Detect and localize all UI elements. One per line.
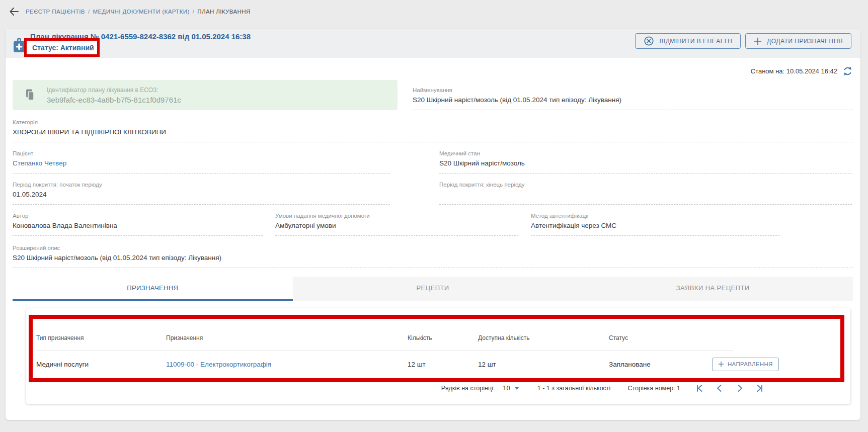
column-header-assignment: Призначення — [166, 334, 408, 341]
breadcrumb-bar: РЕЄСТР ПАЦІЄНТІВ / МЕДИЧНІ ДОКУМЕНТИ (КА… — [0, 0, 868, 23]
field-author: Автор Коновалова Влада Валентинівна — [13, 213, 263, 236]
field-condition: Медичний стан S20 Шкірний наріст/мозоль — [439, 150, 852, 174]
caret-down-icon — [514, 387, 519, 390]
field-period-end-label: Період покриття: кінець періоду — [439, 182, 852, 188]
column-header-type: Тип призначення — [36, 334, 166, 341]
card-header: План лікування № 0421-6559-8242-8362 від… — [6, 29, 860, 58]
field-description-label: Розширений опис — [13, 245, 853, 251]
previous-page-icon[interactable] — [715, 383, 725, 393]
row-description: Розширений опис S20 Шкірний наріст/мозол… — [13, 245, 853, 268]
field-description: Розширений опис S20 Шкірний наріст/мозол… — [13, 245, 853, 268]
field-period-start-value: 01.05.2024 — [13, 191, 390, 199]
first-page-icon[interactable] — [694, 383, 704, 393]
rows-per-page-value: 10 — [503, 384, 510, 392]
breadcrumb-treatment-plan: ПЛАН ЛІКУВАННЯ — [197, 9, 250, 15]
row-patient-condition: Пацієнт Степанко Четвер Медичний стан S2… — [13, 150, 853, 174]
field-period-end: Період покриття: кінець періоду — [439, 182, 852, 205]
pagination-bar: Рядків на сторінці: 10 1 - 1 з загальної… — [26, 377, 850, 399]
row-category: Категорія ХВОРОБИ ШКІРИ ТА ПІДШКІРНОЇ КЛ… — [13, 119, 853, 142]
annotation-box-status: Статус: Активний — [24, 38, 100, 57]
field-period-start-label: Період покриття: початок періоду — [13, 182, 390, 188]
field-name: Найменування S20 Шкірний наріст/мозоль (… — [413, 87, 853, 110]
field-category-label: Категорія — [13, 119, 853, 125]
field-care-conditions-value: Амбулаторні умови — [275, 222, 518, 230]
field-name-label: Найменування — [413, 87, 853, 93]
add-button-label: ДОДАТИ ПРИЗНАЧЕННЯ — [767, 38, 843, 45]
field-name-value: S20 Шкірний наріст/мозоль (від 01.05.202… — [413, 96, 853, 105]
table-header-row: Тип призначення Призначення Кількість До… — [26, 308, 850, 351]
row-author-conditions-auth: Автор Коновалова Влада Валентинівна Умов… — [13, 213, 853, 236]
medical-kit-icon — [13, 38, 25, 55]
page: { "colors": { "accent_blue": "#3a70a8", … — [0, 0, 868, 432]
field-description-value: S20 Шкірний наріст/мозоль (від 01.05.202… — [13, 254, 853, 263]
cell-quantity: 12 шт — [408, 361, 478, 368]
add-assignment-button[interactable]: ДОДАТИ ПРИЗНАЧЕННЯ — [745, 33, 851, 49]
breadcrumb-separator: / — [88, 9, 90, 15]
breadcrumb: РЕЄСТР ПАЦІЄНТІВ / МЕДИЧНІ ДОКУМЕНТИ (КА… — [26, 9, 251, 15]
column-header-available: Доступна кількість — [478, 334, 609, 341]
cell-type: Медичні послуги — [36, 361, 166, 368]
row-coverage-period: Період покриття: початок періоду 01.05.2… — [13, 182, 853, 205]
header-buttons: ВІДМІНИТИ В EHEALTH ДОДАТИ ПРИЗНАЧЕННЯ — [635, 33, 851, 49]
treatment-plan-card: План лікування № 0421-6559-8242-8362 від… — [6, 29, 860, 420]
as-of-row: Станом на: 10.05.2024 16:42 — [13, 58, 853, 78]
cell-available: 12 шт — [478, 361, 609, 368]
back-arrow-icon[interactable] — [8, 5, 21, 18]
tab-prescription-requests[interactable]: ЗАЯВКИ НА РЕЦЕПТИ — [573, 277, 853, 301]
tab-assignments[interactable]: ПРИЗНАЧЕННЯ — [13, 277, 293, 301]
field-auth-method-label: Метод автентифікації — [531, 213, 779, 219]
tab-prescriptions[interactable]: РЕЦЕПТИ — [293, 277, 573, 301]
assignment-link[interactable]: 11009-00 - Електрокортикографія — [166, 361, 271, 368]
field-care-conditions-label: Умови надання медичної допомоги — [275, 213, 518, 219]
next-page-icon[interactable] — [735, 383, 745, 393]
referral-button-label: НАПРАВЛЕННЯ — [728, 361, 773, 367]
field-patient: Пацієнт Степанко Четвер — [13, 150, 390, 174]
field-condition-label: Медичний стан — [439, 150, 852, 156]
field-auth-method: Метод автентифікації Автентифікація чере… — [531, 213, 779, 236]
table-row: Медичні послуги 11009-00 - Електрокортик… — [26, 351, 850, 377]
cancel-circle-icon — [644, 36, 654, 46]
ecoz-identifier-box: Ідентифікатор плану лікування в ЕСОЗ: 3e… — [13, 80, 398, 110]
as-of-label: Станом на: 10.05.2024 16:42 — [751, 67, 837, 75]
ecoz-identifier-label: Ідентифікатор плану лікування в ЕСОЗ: — [47, 87, 181, 94]
rows-per-page-label: Рядків на сторінці: — [441, 385, 495, 392]
patient-link[interactable]: Степанко Четвер — [13, 159, 66, 167]
breadcrumb-patients-registry[interactable]: РЕЄСТР ПАЦІЄНТІВ — [26, 9, 85, 15]
tab-bar: ПРИЗНАЧЕННЯ РЕЦЕПТИ ЗАЯВКИ НА РЕЦЕПТИ — [13, 277, 853, 301]
field-condition-value: S20 Шкірний наріст/мозоль — [439, 159, 852, 168]
field-care-conditions: Умови надання медичної допомоги Амбулато… — [275, 213, 518, 236]
status-badge: Статус: Активний — [32, 44, 94, 52]
pagination-page-number: Сторінка номер: 1 — [627, 385, 680, 392]
cancel-in-ehealth-button[interactable]: ВІДМІНИТИ В EHEALTH — [635, 33, 741, 49]
field-author-value: Коновалова Влада Валентинівна — [13, 222, 263, 230]
field-patient-label: Пацієнт — [13, 150, 390, 156]
as-of-value: 10.05.2024 16:42 — [786, 67, 837, 75]
referral-button[interactable]: НАПРАВЛЕННЯ — [712, 358, 779, 371]
plus-icon — [718, 361, 724, 367]
ecoz-identifier: Ідентифікатор плану лікування в ЕСОЗ: 3e… — [47, 87, 181, 104]
field-category-value: ХВОРОБИ ШКІРИ ТА ПІДШКІРНОЇ КЛІТКОВИНИ — [13, 128, 853, 137]
cell-status: Заплановане — [609, 361, 712, 368]
rows-per-page-select[interactable]: 10 — [503, 384, 519, 392]
column-header-quantity: Кількість — [408, 334, 478, 341]
last-page-icon[interactable] — [755, 383, 765, 393]
column-header-status: Статус — [609, 334, 712, 341]
cancel-button-label: ВІДМІНИТИ В EHEALTH — [659, 38, 732, 45]
assignments-table-card: Тип призначення Призначення Кількість До… — [26, 308, 850, 404]
field-author-label: Автор — [13, 213, 263, 219]
field-category: Категорія ХВОРОБИ ШКІРИ ТА ПІДШКІРНОЇ КЛ… — [13, 119, 853, 142]
card-content: Станом на: 10.05.2024 16:42 — [6, 58, 860, 404]
row-identifier-name: Ідентифікатор плану лікування в ЕСОЗ: 3e… — [13, 80, 853, 110]
ecoz-identifier-value: 3eb9fafc-ec83-4a8b-b7f5-81c1f0d9761c — [47, 96, 181, 104]
field-auth-method-value: Автентифікація через СМС — [531, 222, 779, 230]
breadcrumb-medical-documents[interactable]: МЕДИЧНІ ДОКУМЕНТИ (КАРТКИ) — [93, 9, 190, 15]
copy-icon[interactable] — [25, 89, 35, 101]
plus-icon — [754, 37, 762, 45]
breadcrumb-separator: / — [193, 9, 195, 15]
refresh-icon[interactable] — [842, 66, 853, 76]
field-period-end-value — [439, 191, 852, 199]
pagination-range: 1 - 1 з загальної кількості — [537, 385, 611, 392]
field-period-start: Період покриття: початок періоду 01.05.2… — [13, 182, 390, 205]
pagination-controls — [694, 383, 765, 393]
